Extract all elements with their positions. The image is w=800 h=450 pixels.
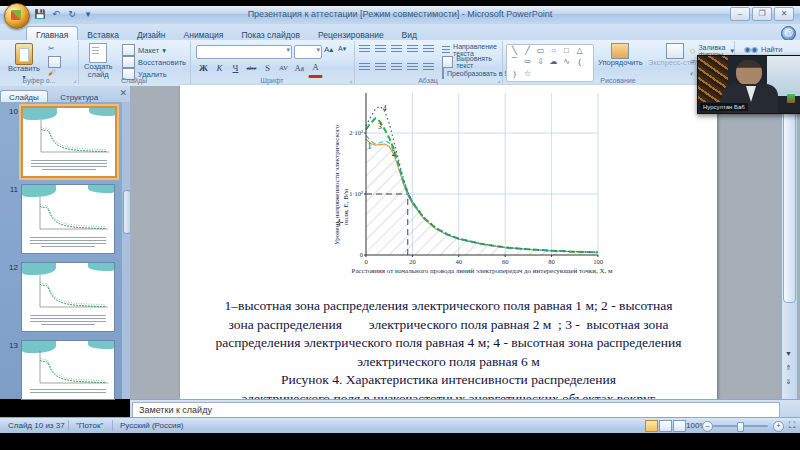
slides-panel: Слайды Структура ✕ 10 11 12 bbox=[0, 86, 131, 399]
group-font: A▴ A▾ Ж К Ч abc S AV Aa А Шрифт ⌟ bbox=[190, 41, 355, 84]
text-shadow-button[interactable]: S bbox=[260, 61, 275, 76]
paragraph-dialog-launcher-icon[interactable]: ⌟ bbox=[497, 76, 500, 83]
move-cursor-icon: ✛ bbox=[335, 217, 343, 228]
zoom-slider[interactable] bbox=[712, 425, 768, 427]
font-color-button[interactable]: А bbox=[308, 61, 323, 78]
panel-close-icon[interactable]: ✕ bbox=[119, 88, 127, 98]
shape-icon[interactable]: □ bbox=[560, 46, 573, 56]
status-bar: Слайд 10 из 37 "Поток" Русский (Россия) … bbox=[0, 417, 800, 434]
vertical-scrollbar[interactable]: ▲ ▼ ⇑ ⇓ bbox=[781, 86, 798, 401]
reset-button[interactable]: Восстановить bbox=[122, 56, 186, 68]
group-clipboard: Вставить▾ ✂ 🖌 Буфер о... ⌟ bbox=[0, 41, 79, 84]
panel-tab-outline[interactable]: Структура bbox=[52, 91, 106, 102]
quick-styles-icon bbox=[666, 43, 684, 59]
shape-icon[interactable]: ⌒ bbox=[508, 57, 521, 67]
find-button[interactable]: ◉◉ Найти bbox=[744, 45, 782, 54]
slideshow-icon[interactable] bbox=[673, 420, 686, 432]
change-case-button[interactable]: Aa bbox=[292, 61, 307, 76]
reset-icon bbox=[122, 56, 135, 68]
theme-name[interactable]: "Поток" bbox=[76, 421, 103, 430]
font-name-combo[interactable] bbox=[196, 45, 292, 59]
bottom-black-bar bbox=[0, 433, 800, 450]
fit-to-window-icon[interactable]: ⛶ bbox=[789, 420, 795, 431]
slide-thumbnail-12[interactable] bbox=[21, 262, 115, 332]
underline-button[interactable]: Ч bbox=[228, 61, 243, 76]
svg-text:2: 2 bbox=[392, 149, 396, 158]
shape-icon[interactable]: ⇨ bbox=[521, 57, 534, 67]
webcam-person-head bbox=[736, 60, 762, 86]
format-painter-button[interactable]: 🖌 bbox=[48, 68, 56, 77]
layout-button[interactable]: Макет ▾ bbox=[122, 44, 166, 56]
decrease-indent-icon[interactable] bbox=[391, 45, 402, 54]
font-dialog-launcher-icon[interactable]: ⌟ bbox=[349, 76, 352, 83]
view-buttons bbox=[645, 420, 687, 434]
character-spacing-button[interactable]: AV bbox=[276, 61, 291, 76]
next-slide-icon[interactable]: ⇓ bbox=[783, 376, 794, 388]
align-center-icon[interactable] bbox=[375, 63, 386, 72]
increase-indent-icon[interactable] bbox=[407, 45, 418, 54]
slide-canvas[interactable]: 02040608010001·10³2·10³Расстояния от нач… bbox=[180, 85, 717, 399]
shape-icon[interactable]: ○ bbox=[547, 46, 560, 56]
new-slide-button[interactable]: Создать слайд bbox=[84, 43, 113, 79]
zoom-slider-knob[interactable] bbox=[737, 422, 744, 432]
cut-button[interactable]: ✂ bbox=[48, 44, 54, 53]
copy-button[interactable] bbox=[48, 56, 61, 68]
scroll-down-icon[interactable]: ▼ bbox=[783, 348, 794, 360]
language-indicator[interactable]: Русский (Россия) bbox=[120, 421, 183, 430]
align-right-icon[interactable] bbox=[391, 63, 402, 72]
slide-sorter-icon[interactable] bbox=[659, 420, 672, 432]
minimize-button[interactable]: – bbox=[730, 7, 750, 21]
svg-text:60: 60 bbox=[502, 258, 509, 265]
shape-icon[interactable]: ☁ bbox=[547, 57, 560, 67]
arrange-button[interactable]: Упорядочить bbox=[598, 43, 643, 67]
bullets-icon[interactable] bbox=[359, 45, 370, 54]
shape-icon[interactable]: ⇩ bbox=[534, 57, 547, 67]
slide-editor-area: 02040608010001·10³2·10³Расстояния от нач… bbox=[130, 86, 800, 399]
office-button[interactable] bbox=[4, 3, 30, 29]
office-logo-icon bbox=[11, 10, 21, 20]
italic-button[interactable]: К bbox=[212, 61, 227, 76]
paste-icon bbox=[15, 43, 33, 65]
slide-thumbnail-row: 10 bbox=[4, 106, 126, 178]
normal-view-icon[interactable] bbox=[645, 420, 658, 432]
help-icon[interactable]: @ bbox=[781, 26, 796, 41]
clipboard-dialog-launcher-icon[interactable]: ⌟ bbox=[73, 76, 76, 83]
shape-icon[interactable]: △ bbox=[573, 46, 586, 56]
align-left-icon[interactable] bbox=[359, 63, 370, 72]
paste-button[interactable]: Вставить▾ bbox=[8, 43, 40, 81]
slide-thumbnail-11[interactable] bbox=[21, 184, 115, 254]
shape-icon[interactable]: ( bbox=[573, 57, 586, 67]
caption-line: Рисунок 4. Характеристика интенсивности … bbox=[190, 371, 707, 390]
strikethrough-button[interactable]: abc bbox=[244, 61, 259, 76]
justify-icon[interactable] bbox=[407, 63, 418, 72]
slide-thumbnail-10[interactable] bbox=[21, 106, 117, 178]
shape-icon[interactable]: ∿ bbox=[560, 57, 573, 67]
shape-icon[interactable]: ╱ bbox=[521, 46, 534, 56]
webcam-background-object bbox=[787, 94, 795, 103]
notes-input[interactable]: Заметки к слайду bbox=[132, 402, 780, 418]
caption-line: распределения электрического поля равная… bbox=[190, 334, 707, 353]
slide-thumbnail-13[interactable] bbox=[21, 340, 115, 400]
slide-caption[interactable]: 1–высотная зона распределения электричес… bbox=[190, 297, 707, 399]
new-slide-icon bbox=[89, 43, 107, 63]
shrink-font-button[interactable]: A▾ bbox=[338, 45, 346, 53]
shape-icon[interactable]: ▭ bbox=[534, 46, 547, 56]
thumb-decoration bbox=[88, 185, 114, 193]
webcam-overlay[interactable]: Нурсултан Баб bbox=[697, 55, 800, 114]
panel-tab-slides[interactable]: Слайды bbox=[0, 90, 48, 102]
previous-slide-icon[interactable]: ⇑ bbox=[783, 362, 794, 374]
line-spacing-icon[interactable] bbox=[423, 45, 434, 54]
zoom-in-icon[interactable]: + bbox=[773, 421, 784, 432]
bold-button[interactable]: Ж bbox=[196, 61, 211, 76]
restore-button[interactable]: ❐ bbox=[752, 7, 772, 21]
caption-line: электрического поля в низкочастотных эне… bbox=[190, 390, 707, 400]
font-size-combo[interactable] bbox=[294, 45, 322, 59]
grow-font-button[interactable]: A▴ bbox=[324, 45, 333, 54]
shape-icon[interactable]: ╲ bbox=[508, 46, 521, 56]
numbering-icon[interactable] bbox=[375, 45, 386, 54]
panel-scrollbar[interactable] bbox=[122, 102, 130, 399]
columns-icon[interactable] bbox=[423, 63, 434, 72]
close-button[interactable]: ✕ bbox=[774, 7, 794, 21]
powerpoint-window: 💾 ↶ ↻ ▾ Презентация к аттестации [Режим … bbox=[0, 0, 800, 450]
scrollbar-thumb[interactable] bbox=[783, 101, 796, 303]
